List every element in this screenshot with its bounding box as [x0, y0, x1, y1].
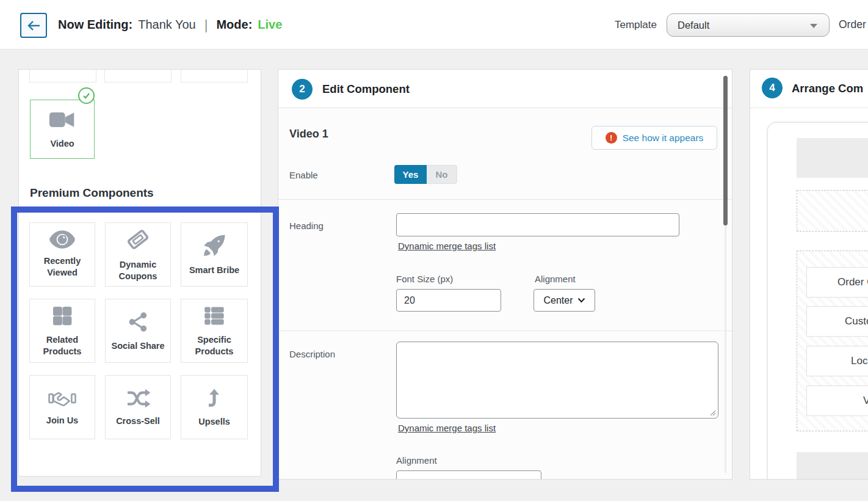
resize-grip-icon[interactable] [709, 409, 716, 416]
font-size-label: Font Size (px) [396, 274, 453, 284]
divider [278, 199, 732, 200]
share-nodes-icon [126, 310, 150, 334]
component-tile-partial[interactable] [29, 70, 96, 82]
layout-dropzone[interactable] [797, 190, 868, 232]
component-tile-video[interactable]: Video [30, 100, 95, 159]
component-tile-recently-viewed[interactable]: Recently Viewed [29, 222, 95, 287]
component-name: Video 1 [289, 128, 328, 141]
component-tile-label: Cross-Sell [116, 415, 160, 427]
shuffle-arrows-icon [125, 388, 151, 409]
arrange-item-video[interactable]: Video [806, 386, 868, 416]
component-library-panel: Video Premium Components Recently Viewed [18, 69, 261, 477]
component-tile-label: Upsells [198, 416, 230, 428]
back-button[interactable] [20, 13, 47, 38]
mid-scrollbar-thumb[interactable] [723, 76, 728, 225]
chevron-down-icon [577, 298, 585, 303]
component-tile-social-share[interactable]: Social Share [105, 299, 171, 363]
component-tile-cross-sell[interactable]: Cross-Sell [105, 375, 171, 439]
enable-label: Enable [289, 170, 318, 180]
component-tile-related-products[interactable]: Related Products [29, 299, 95, 363]
order-label: Order [839, 18, 866, 31]
arrange-panel-header: 4 Arrange Com [750, 70, 868, 108]
description-label: Description [289, 349, 335, 359]
edit-panel-header: 2 Edit Component [278, 70, 732, 108]
enable-yes-button[interactable]: Yes [394, 165, 427, 184]
arrange-item-customer[interactable]: Customer [806, 306, 868, 337]
component-tile-label: Dynamic Coupons [106, 259, 170, 282]
grid-squares-icon [51, 304, 74, 327]
breadcrumb: Now Editing: Thank You | Mode: Live [58, 0, 282, 49]
layout-header-block [797, 138, 868, 178]
selected-check-icon [78, 87, 95, 104]
font-size-input[interactable] [396, 289, 501, 312]
layout-dropzone[interactable]: Order Conf Customer Location Video [797, 250, 868, 431]
top-bar: Now Editing: Thank You | Mode: Live Temp… [0, 0, 868, 49]
edit-component-panel: 2 Edit Component Video 1 ! See how it ap… [278, 69, 732, 480]
template-label: Template [615, 19, 657, 31]
coupon-ticket-icon [125, 227, 151, 252]
level-up-arrow-icon [203, 387, 225, 409]
alignment-select[interactable]: Center [533, 289, 595, 312]
description-textarea[interactable] [396, 342, 718, 419]
caret-down-icon [810, 24, 817, 28]
premium-components-grid: Recently Viewed Dynamic Coupons Smart Br… [29, 222, 249, 439]
bottom-alignment-label: Alignment [396, 455, 437, 466]
component-tile-join-us[interactable]: Join Us [29, 375, 95, 439]
step-number-badge: 4 [762, 78, 783, 98]
merge-tags-link[interactable]: Dynamic merge tags list [398, 423, 496, 433]
template-dropdown[interactable]: Default [667, 13, 830, 37]
component-tile-label: Social Share [111, 340, 164, 352]
page-title: Thank You [138, 18, 196, 32]
video-camera-icon [49, 109, 76, 130]
component-tile-partial[interactable] [181, 70, 248, 82]
heading-label: Heading [289, 221, 324, 231]
arrange-components-panel: 4 Arrange Com Order Conf Customer Locati… [750, 69, 868, 480]
list-icon [203, 304, 226, 327]
arrow-left-icon [26, 20, 41, 31]
warning-icon: ! [606, 132, 617, 144]
alignment-label: Alignment [535, 274, 576, 284]
component-tile-label: Recently Viewed [30, 255, 95, 279]
component-tile-label: Video [50, 138, 74, 150]
page-layout-preview: Order Conf Customer Location Video [767, 122, 868, 480]
edit-panel-title: Edit Component [322, 82, 410, 96]
component-tile-label: Smart Bribe [189, 265, 239, 276]
enable-toggle: Yes No [394, 165, 457, 184]
component-tile-dynamic-coupons[interactable]: Dynamic Coupons [105, 222, 171, 287]
eye-icon [49, 230, 76, 249]
step-number-badge: 2 [292, 79, 313, 100]
mode-label: Mode: [216, 18, 252, 32]
now-editing-label: Now Editing: [58, 18, 132, 32]
component-tile-upsells[interactable]: Upsells [181, 375, 248, 439]
template-dropdown-value: Default [667, 20, 709, 31]
component-tile-specific-products[interactable]: Specific Products [181, 299, 248, 363]
mode-value: Live [258, 18, 282, 32]
component-tile-partial[interactable] [104, 70, 172, 82]
heading-input[interactable] [396, 213, 679, 236]
component-tile-label: Specific Products [181, 334, 247, 357]
layout-footer-block [797, 452, 868, 480]
see-how-it-appears-button[interactable]: ! See how it appears [591, 126, 717, 150]
rocket-icon [202, 233, 226, 258]
alignment-select-value: Center [543, 295, 573, 306]
component-tile-label: Related Products [30, 334, 95, 357]
handshake-icon [48, 389, 76, 408]
editor-screen: Now Editing: Thank You | Mode: Live Temp… [0, 0, 868, 501]
bottom-alignment-select[interactable] [396, 470, 541, 480]
divider [278, 331, 732, 331]
merge-tags-link[interactable]: Dynamic merge tags list [398, 241, 496, 251]
arrange-item-order-confirmation[interactable]: Order Conf [806, 267, 868, 298]
see-how-it-appears-label: See how it appears [623, 133, 704, 144]
title-separator: | [204, 17, 208, 33]
component-tile-label: Join Us [46, 415, 78, 426]
arrange-panel-title: Arrange Com [792, 82, 863, 95]
component-tile-smart-bribe[interactable]: Smart Bribe [181, 222, 248, 287]
enable-no-button[interactable]: No [427, 165, 457, 184]
arrange-item-location[interactable]: Location [806, 346, 868, 376]
premium-components-heading: Premium Components [30, 186, 154, 200]
